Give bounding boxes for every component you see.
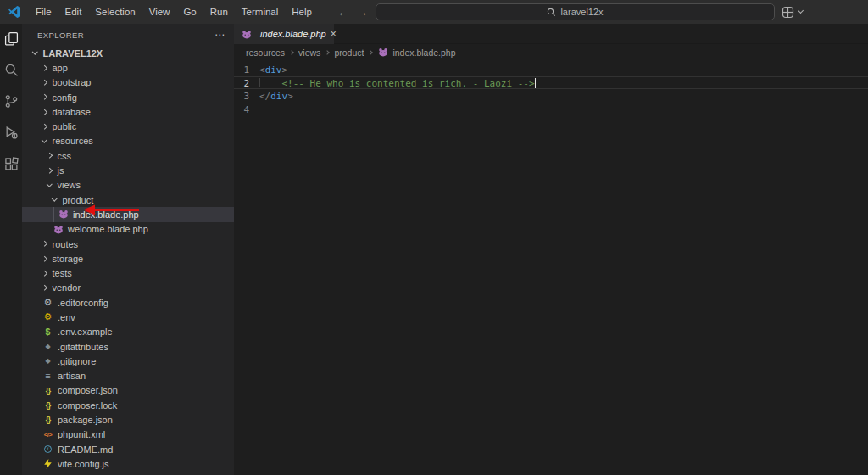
- tree-item-label: tests: [53, 268, 72, 278]
- tree-item-label: index.blade.php: [73, 210, 139, 220]
- tab-index-blade-php[interactable]: index.blade.php ×: [234, 24, 334, 44]
- tree-item-label: artisan: [58, 371, 86, 381]
- tree-item-label: .gitignore: [58, 356, 96, 366]
- tree-item-readme-md[interactable]: iREADME.md: [22, 442, 234, 456]
- tab-close-icon[interactable]: ×: [331, 28, 337, 40]
- blade-file-icon: [241, 30, 252, 39]
- line-number: 4: [234, 103, 259, 115]
- chevron-down-icon: [798, 8, 804, 14]
- tree-item-vendor[interactable]: vendor: [22, 281, 234, 295]
- menu-edit[interactable]: Edit: [58, 0, 89, 24]
- breadcrumb-item-index-blade-php[interactable]: index.blade.php: [392, 48, 455, 58]
- tree-item-artisan[interactable]: ≡artisan: [22, 369, 234, 383]
- extensions-icon[interactable]: [3, 156, 19, 171]
- tree-item-label: bootstrap: [53, 77, 92, 87]
- tree-item-composer-lock[interactable]: {}composer.lock: [22, 398, 234, 412]
- menu-selection[interactable]: Selection: [88, 0, 142, 24]
- git-diamond-file-icon: ◆: [42, 344, 53, 350]
- token-tag: div: [265, 64, 282, 75]
- line-number: 1: [234, 64, 259, 75]
- tab-bar: index.blade.php ×: [234, 24, 868, 44]
- command-center-search[interactable]: laravel12x: [376, 3, 775, 20]
- tree-item-label: storage: [53, 254, 84, 264]
- chevron-down-icon: [52, 196, 57, 201]
- chevron-down-icon: [42, 137, 47, 142]
- blade-file-icon: [58, 210, 69, 219]
- tree-item--gitattributes[interactable]: ◆.gitattributes: [22, 339, 234, 354]
- tree-item-index-blade-php[interactable]: index.blade.php: [22, 207, 234, 221]
- token-punct: >: [282, 64, 288, 75]
- code-line-1: 1<div>: [234, 63, 868, 76]
- tree-item-label: LARAVEL12X: [43, 48, 103, 59]
- chevron-right-icon: [42, 80, 47, 85]
- explorer-more-actions-icon[interactable]: ⋯: [214, 29, 225, 41]
- breadcrumb-item-resources[interactable]: resources: [246, 48, 285, 58]
- xml-file-icon: </>: [42, 432, 53, 439]
- dollar-file-icon: $: [42, 327, 53, 337]
- tree-item-bootstrap[interactable]: bootstrap: [22, 75, 234, 90]
- tree-item-package-json[interactable]: {}package.json: [22, 412, 234, 427]
- tree-item-config[interactable]: config: [22, 90, 234, 104]
- tree-item-routes[interactable]: routes: [22, 237, 234, 251]
- source-control-icon[interactable]: [3, 93, 19, 109]
- run-debug-icon[interactable]: [3, 125, 19, 140]
- search-icon: [547, 8, 556, 17]
- tree-item-vite-config-js[interactable]: vite.config.js: [22, 456, 234, 471]
- menu-terminal[interactable]: Terminal: [235, 0, 285, 24]
- tree-item--editorconfig[interactable]: ⚙.editorconfig: [22, 295, 234, 310]
- tree-item-label: routes: [53, 239, 79, 249]
- menu-help[interactable]: Help: [285, 0, 319, 24]
- chevron-down-icon: [47, 182, 52, 187]
- tree-item-tests[interactable]: tests: [22, 265, 234, 280]
- tree-item-app[interactable]: app: [22, 60, 234, 75]
- code-editor[interactable]: 1<div>2 <!-- He who is contented is rich…: [234, 60, 868, 475]
- tree-item-label: welcome.blade.php: [68, 224, 148, 234]
- chevron-right-icon: [42, 109, 47, 115]
- tree-item-phpunit-xml[interactable]: </>phpunit.xml: [22, 428, 234, 442]
- tab-label: index.blade.php: [260, 29, 326, 39]
- tree-item-welcome-blade-php[interactable]: welcome.blade.php: [22, 222, 234, 237]
- tree-item-composer-json[interactable]: {}composer.json: [22, 383, 234, 398]
- explorer-icon[interactable]: [3, 31, 19, 46]
- bolt-file-icon: [42, 459, 53, 469]
- tree-item-storage[interactable]: storage: [22, 251, 234, 265]
- menu-go[interactable]: Go: [176, 0, 203, 24]
- tree-item--env-example[interactable]: $.env.example: [22, 325, 234, 339]
- menu-file[interactable]: File: [29, 0, 58, 24]
- search-value: laravel12x: [560, 7, 603, 17]
- tree-item-label: .env: [58, 312, 75, 322]
- titlebar-profile-menu[interactable]: [782, 0, 803, 24]
- tree-item-product[interactable]: product: [22, 193, 234, 207]
- gear-yellow-file-icon: ⚙: [42, 312, 53, 321]
- back-arrow-icon[interactable]: ←: [337, 6, 348, 19]
- tree-item-js[interactable]: js: [22, 163, 234, 177]
- chevron-right-icon: [42, 94, 47, 99]
- menu-view[interactable]: View: [142, 0, 177, 24]
- chevron-right-icon: [42, 256, 47, 261]
- tree-item-label: README.md: [58, 444, 113, 455]
- file-tree: LARAVEL12Xappbootstrapconfigdatabasepubl…: [22, 46, 234, 472]
- blade-file-icon: [53, 225, 64, 234]
- token-plain: [259, 78, 282, 89]
- search-icon[interactable]: [3, 62, 19, 77]
- tree-item-css[interactable]: css: [22, 148, 234, 163]
- editor-group: index.blade.php × resourcesviewsproducti…: [234, 24, 868, 475]
- tree-item-database[interactable]: database: [22, 104, 234, 119]
- chevron-right-icon: [42, 285, 47, 290]
- git-diamond-file-icon: ◆: [42, 358, 53, 365]
- menu-run[interactable]: Run: [203, 0, 235, 24]
- tree-item--gitignore[interactable]: ◆.gitignore: [22, 354, 234, 368]
- breadcrumb-item-views[interactable]: views: [298, 48, 320, 58]
- tree-item-resources[interactable]: resources: [22, 134, 234, 148]
- explorer-header: EXPLORER ⋯: [22, 24, 234, 46]
- tree-item-label: .env.example: [58, 327, 113, 337]
- forward-arrow-icon[interactable]: →: [357, 6, 368, 19]
- breadcrumb-item-product[interactable]: product: [334, 48, 364, 58]
- chevron-right-icon: [47, 168, 52, 173]
- tree-item-views[interactable]: views: [22, 178, 234, 193]
- tree-item-public[interactable]: public: [22, 119, 234, 133]
- tree-item--env[interactable]: ⚙.env: [22, 310, 234, 324]
- tree-item-laravel12x[interactable]: LARAVEL12X: [22, 46, 234, 60]
- tree-item-label: resources: [53, 136, 93, 146]
- breadcrumb-separator-icon: [289, 50, 294, 55]
